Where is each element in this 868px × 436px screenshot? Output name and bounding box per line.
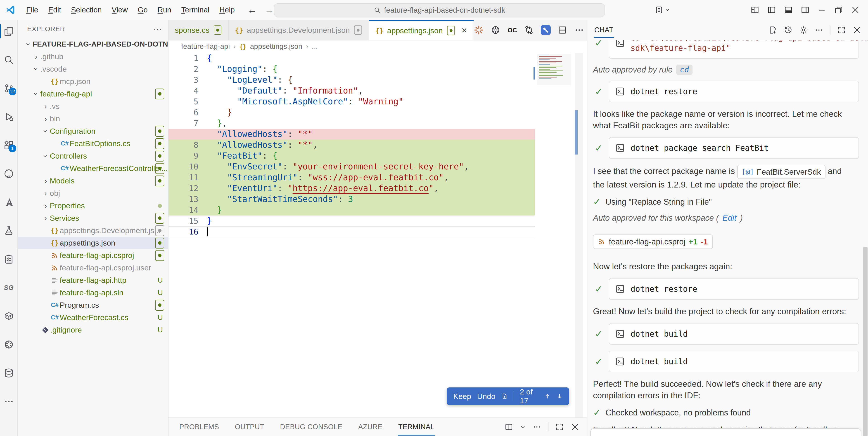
tree-item--vscode[interactable]: ›.vscode (18, 63, 168, 75)
tree-item--gitignore[interactable]: .gitignoreU (18, 324, 168, 336)
compare-icon[interactable] (524, 25, 534, 35)
activity-more[interactable] (0, 394, 18, 409)
activity-testing[interactable] (0, 223, 18, 238)
chevron-down-icon[interactable] (520, 424, 526, 430)
panel-layout-icon[interactable] (504, 423, 513, 431)
chat-scrollbar[interactable] (863, 247, 868, 436)
code-line-15[interactable]: 15} (168, 215, 535, 226)
tree-item-weatherforecast-cs[interactable]: C#WeatherForecast.csU (18, 311, 168, 324)
activity-azure[interactable] (0, 195, 18, 210)
code-line-deleted[interactable]: "AllowedHosts": "*" (168, 129, 535, 140)
undo-button[interactable]: Undo (477, 392, 495, 401)
panel-tab-terminal[interactable]: TERMINAL (398, 419, 435, 435)
nav-forward-icon[interactable]: → (265, 4, 274, 15)
expand-icon[interactable] (837, 26, 846, 34)
tree-item-services[interactable]: ›Services (18, 212, 168, 224)
activity-extensions[interactable]: 1 (0, 138, 18, 153)
tree-item-feature-flag-api-based-on-dotnet-[interactable]: ›FEATURE-FLAG-API-BASED-ON-DOTNET-... (18, 38, 168, 51)
code-line-16[interactable]: 16 (168, 226, 535, 237)
activity-search[interactable] (0, 53, 18, 67)
terminal-command-box[interactable]: dotnet restore (609, 278, 859, 300)
toggle-panel-icon[interactable] (784, 5, 793, 14)
code-line-7[interactable]: 7 }, (168, 118, 535, 129)
menu-file[interactable]: File (21, 4, 43, 16)
terminal-command-box[interactable]: dotnet restore (609, 81, 859, 102)
tab-appsettings-development-json[interactable]: {}appsettings.Development.json (229, 20, 369, 40)
panel-tab-debug-console[interactable]: DEBUG CONSOLE (280, 419, 343, 435)
close-icon[interactable]: ✕ (461, 26, 467, 35)
more-icon[interactable] (533, 423, 541, 431)
menu-selection[interactable]: Selection (66, 4, 107, 16)
panel-tab-azure[interactable]: AZURE (358, 419, 383, 435)
code-line-4[interactable]: 4 "Default": "Information", (168, 86, 535, 96)
opencode-icon[interactable]: OC (507, 25, 517, 35)
tree-item-feature-flag-api[interactable]: ›feature-flag-api (18, 88, 168, 100)
breadcrumb[interactable]: feature-flag-api›{}appsettings.json›... (168, 40, 587, 53)
more-icon[interactable] (815, 26, 823, 34)
menu-run[interactable]: Run (153, 4, 177, 16)
activity-specstory[interactable]: SG (0, 280, 18, 295)
tree-item-mcp-json[interactable]: {}mcp.json (18, 75, 168, 88)
code-line-1[interactable]: 1{ (168, 53, 535, 64)
activity-containers[interactable] (0, 309, 18, 324)
history-icon[interactable] (784, 26, 793, 34)
breadcrumb-segment[interactable]: ... (312, 42, 318, 51)
code-line-8[interactable]: 8 "AllowedHosts": "*", (168, 140, 535, 150)
menu-view[interactable]: View (107, 4, 133, 16)
menu-help[interactable]: Help (214, 4, 240, 16)
tree-item-controllers[interactable]: ›Controllers (18, 150, 168, 162)
tree-item-obj[interactable]: ›obj (18, 187, 168, 199)
activity-github[interactable] (0, 166, 18, 181)
sidebar-more-button[interactable]: ⋯ (153, 24, 162, 34)
tree-item-feature-flag-api-csproj[interactable]: feature-flag-api.csproj (18, 249, 168, 262)
tab-sponse-cs[interactable]: sponse.cs (168, 20, 229, 40)
activity-todo[interactable] (0, 251, 18, 267)
code-line-14[interactable]: 14 } (168, 205, 535, 215)
editor-scrollbar[interactable] (575, 53, 583, 417)
code-line-6[interactable]: 6 } (168, 107, 535, 118)
activity-explorer[interactable] (0, 24, 18, 39)
activity-openai[interactable] (0, 337, 18, 352)
customize-layout-icon[interactable] (750, 5, 760, 14)
claude-icon[interactable] (474, 25, 484, 35)
tree-item-feature-flag-api-http[interactable]: feature-flag-api.httpU (18, 274, 168, 287)
minimize-icon[interactable] (817, 5, 827, 14)
command-center-search[interactable]: feature-flag-api-based-on-dotnet-sdk (274, 3, 605, 17)
code-line-12[interactable]: 12 "EventUri": "https://app-eval.featbit… (168, 183, 535, 194)
tree-item-models[interactable]: ›Models (18, 175, 168, 187)
file-change-chip[interactable]: feature-flag-api.csproj+1-1 (593, 234, 713, 249)
terminal-command-box[interactable]: dotnet build (609, 323, 859, 345)
close-icon[interactable] (852, 26, 861, 34)
new-chat-icon[interactable] (769, 26, 777, 34)
edit-link[interactable]: Edit (722, 213, 736, 223)
menu-terminal[interactable]: Terminal (176, 4, 214, 16)
code-line-13[interactable]: 13 "StartWaitTimeSeconds": 3 (168, 194, 535, 205)
next-change-icon[interactable] (556, 392, 563, 400)
files-changed-card[interactable]: › 8 files changed +238 -14 Keep Undo (590, 428, 861, 436)
activity-run-debug[interactable] (0, 109, 18, 124)
package-chip[interactable]: [@]FeatBit.ServerSdk (737, 165, 826, 179)
code-editor[interactable]: 1{2 "Logging": {3 "LogLevel": {4 "Defaul… (168, 53, 587, 417)
tree-item-weatherforecastcontroller-[interactable]: C#WeatherForecastController... (18, 162, 168, 175)
tree-item-program-cs[interactable]: C#Program.cs (18, 299, 168, 311)
tree-item-bin[interactable]: ›bin (18, 112, 168, 125)
code-line-10[interactable]: 10 "EnvSecret": "your-environment-secret… (168, 161, 535, 172)
keep-button[interactable]: Keep (453, 392, 471, 401)
tree-item-appsettings-development-js-[interactable]: {}appsettings.Development.js... (18, 224, 168, 237)
code-line-9[interactable]: 9 "FeatBit": { (168, 150, 535, 161)
chat-tab[interactable]: CHAT (594, 22, 614, 38)
menu-go[interactable]: Go (133, 4, 153, 16)
minimap[interactable] (535, 53, 575, 417)
nav-back-icon[interactable]: ← (247, 4, 257, 15)
prev-change-icon[interactable] (544, 392, 551, 400)
ports-forward-button[interactable] (654, 5, 670, 14)
code-line-5[interactable]: 5 "Microsoft.AspNetCore": "Warning" (168, 96, 535, 107)
panel-tab-problems[interactable]: PROBLEMS (179, 419, 219, 435)
tree-item--github[interactable]: ›.github (18, 51, 168, 63)
activity-source-control[interactable]: 12 (0, 81, 18, 96)
terminal-command-box[interactable]: cd "c:\code\featbit\feature-flag-api-bas… (609, 40, 859, 59)
settings-icon[interactable] (799, 26, 808, 34)
activity-database[interactable] (0, 366, 18, 380)
code-line-11[interactable]: 11 "StreamingUri": "wss://app-eval.featb… (168, 172, 535, 183)
toggle-sidebar-right-icon[interactable] (801, 5, 810, 14)
